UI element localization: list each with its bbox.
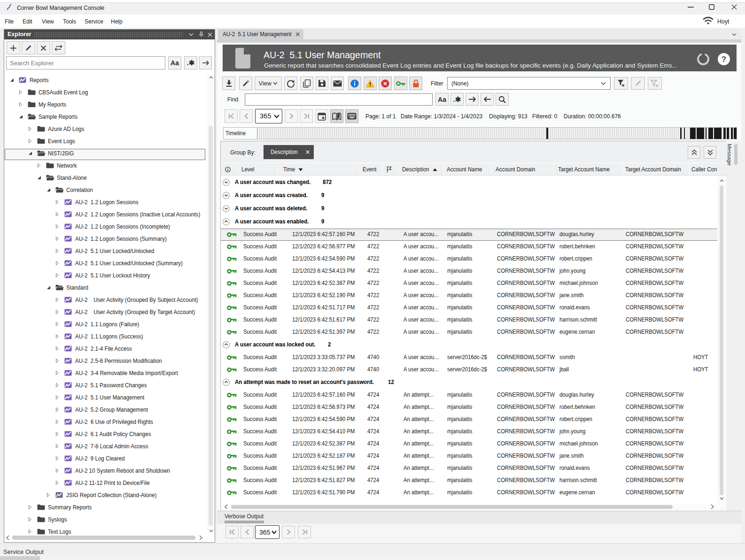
svg-text:?: ? xyxy=(722,55,726,64)
